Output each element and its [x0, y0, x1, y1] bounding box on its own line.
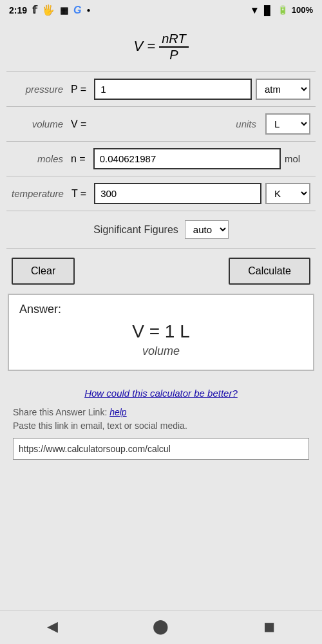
- share-label: Share this Answer Link:: [13, 407, 107, 417]
- volume-unit-select[interactable]: L mL m³ cm³ ft³: [265, 113, 310, 135]
- temperature-label: temperature: [12, 188, 64, 199]
- volume-row: volume V = units L mL m³ cm³ ft³: [6, 107, 316, 142]
- feedback-link[interactable]: How could this calculator be better?: [84, 388, 238, 399]
- feedback-link-container: How could this calculator be better?: [6, 379, 316, 403]
- signal-icon: ▐▌: [261, 5, 274, 15]
- sigfig-row: Significant Figures auto 1 2 3 4 5 6: [6, 211, 316, 249]
- battery-percent: 100%: [292, 5, 313, 15]
- facebook-icon: 𝕗: [32, 4, 37, 16]
- time: 2:19: [9, 5, 27, 15]
- formula-display: V = nRT P: [6, 20, 316, 71]
- dot-icon: ●: [86, 6, 90, 14]
- temperature-input[interactable]: [94, 183, 261, 204]
- status-right: ▾ ▐▌ 🔋 100%: [252, 4, 313, 16]
- g-icon: G: [73, 5, 81, 16]
- hand-icon: 🖐: [42, 4, 55, 16]
- share-section: Share this Answer Link: help Paste this …: [6, 403, 316, 465]
- moles-row: moles n = mol: [6, 142, 316, 176]
- answer-section: Answer: V = 1 L volume: [8, 294, 314, 371]
- temperature-unit-select[interactable]: K °C °F: [265, 183, 310, 204]
- moles-unit: mol: [285, 153, 310, 164]
- volume-units-label: units: [94, 118, 256, 129]
- back-button[interactable]: ◀: [28, 618, 77, 635]
- share-url-input[interactable]: [13, 438, 309, 460]
- volume-label: volume: [12, 118, 63, 129]
- volume-eq: V =: [71, 118, 86, 130]
- moles-label: moles: [12, 153, 63, 164]
- formula-numerator: nRT: [159, 32, 188, 48]
- home-button[interactable]: ⬤: [133, 618, 188, 635]
- input-section: pressure P = atm kPa bar mmHg Pa psi vol…: [6, 72, 316, 249]
- pressure-label: pressure: [12, 84, 63, 95]
- sigfig-select[interactable]: auto 1 2 3 4 5 6: [185, 220, 229, 239]
- calendar-icon: ▦: [60, 5, 68, 15]
- answer-unit: volume: [19, 345, 303, 358]
- answer-label: Answer:: [19, 303, 303, 316]
- paste-text: Paste this link in email, text or social…: [13, 419, 309, 433]
- moles-eq: n =: [71, 153, 86, 165]
- wifi-icon: ▾: [252, 4, 257, 16]
- recents-button[interactable]: ◼: [244, 618, 294, 635]
- status-left: 2:19 𝕗 🖐 ▦ G ●: [9, 4, 91, 16]
- calculate-button[interactable]: Calculate: [229, 258, 310, 285]
- status-bar: 2:19 𝕗 🖐 ▦ G ● ▾ ▐▌ 🔋 100%: [0, 0, 322, 20]
- temperature-row: temperature T = K °C °F: [6, 176, 316, 211]
- moles-input[interactable]: [93, 148, 281, 169]
- share-text: Share this Answer Link: help: [13, 406, 309, 419]
- answer-value: V = 1 L: [19, 321, 303, 342]
- sigfig-label: Significant Figures: [93, 224, 178, 236]
- buttons-row: Clear Calculate: [6, 249, 316, 294]
- formula-denominator: P: [167, 48, 180, 62]
- main-content: V = nRT P pressure P = atm kPa bar mmHg …: [0, 20, 322, 610]
- clear-button[interactable]: Clear: [12, 258, 75, 285]
- formula-lhs: V =: [133, 38, 159, 54]
- formula-fraction: nRT P: [159, 32, 188, 62]
- pressure-row: pressure P = atm kPa bar mmHg Pa psi: [6, 72, 316, 107]
- pressure-unit-select[interactable]: atm kPa bar mmHg Pa psi: [256, 79, 310, 100]
- battery-icon: 🔋: [278, 5, 288, 15]
- pressure-eq: P =: [71, 84, 86, 95]
- nav-bar: ◀ ⬤ ◼: [0, 610, 322, 644]
- share-help-link[interactable]: help: [109, 407, 126, 417]
- pressure-input[interactable]: [94, 79, 252, 100]
- temperature-eq: T =: [71, 188, 86, 200]
